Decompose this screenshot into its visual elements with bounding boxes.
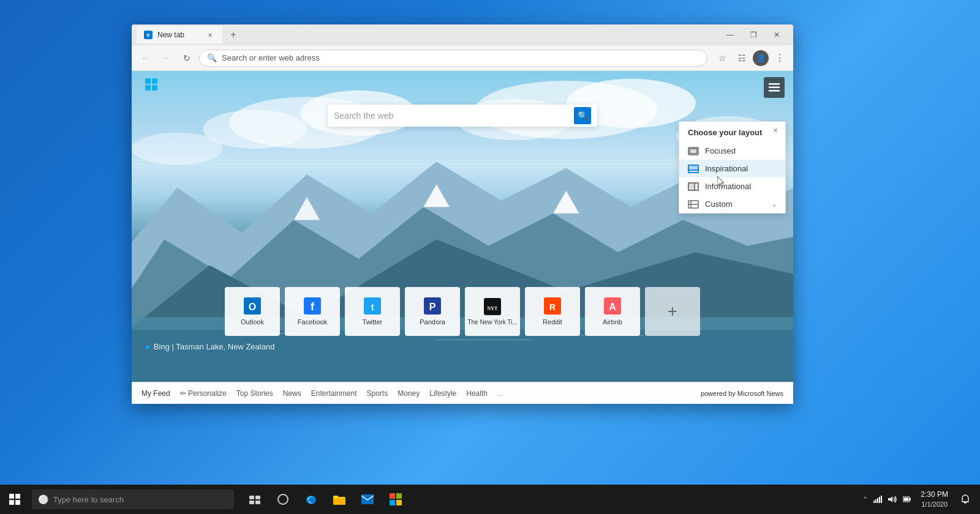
- file-explorer-button[interactable]: [326, 485, 353, 514]
- news-item-topstories[interactable]: Top Stories: [236, 389, 273, 398]
- svg-rect-39: [688, 165, 698, 170]
- site-tile-outlook[interactable]: O Outlook: [225, 287, 280, 336]
- site-tile-reddit[interactable]: R Reddit: [525, 287, 580, 336]
- mail-button[interactable]: [354, 485, 381, 514]
- tab-title: New tab: [157, 31, 200, 39]
- news-item-personalize[interactable]: ✏ Personalize: [180, 389, 227, 398]
- search-button[interactable]: 🔍: [574, 107, 591, 124]
- site-label-reddit: Reddit: [543, 318, 562, 326]
- taskbar-search-text: Type here to search: [53, 495, 124, 504]
- start-button[interactable]: [0, 485, 29, 514]
- layout-option-informational[interactable]: Informational: [679, 177, 785, 195]
- taskbar-search[interactable]: ⚪ Type here to search: [32, 490, 234, 509]
- profile-avatar[interactable]: 👤: [753, 50, 769, 66]
- site-label-airbnb: Airbnb: [603, 318, 622, 326]
- volume-icon[interactable]: [886, 493, 899, 505]
- tab-close-button[interactable]: ✕: [205, 30, 215, 40]
- edge-button[interactable]: [298, 485, 325, 514]
- pandora-icon: P: [424, 297, 441, 315]
- taskbar-tray: ⌃: [862, 485, 980, 514]
- tray-icons: [872, 493, 913, 505]
- nyt-icon: NYT: [484, 298, 501, 315]
- layout-toggle-button[interactable]: [764, 77, 785, 98]
- site-tile-airbnb[interactable]: A Airbnb: [585, 287, 640, 336]
- svg-rect-60: [396, 493, 402, 499]
- svg-rect-55: [255, 501, 260, 504]
- browser-windows-logo: [145, 78, 157, 91]
- layout-panel-close-button[interactable]: ×: [769, 124, 782, 136]
- task-view-button[interactable]: [241, 485, 268, 514]
- svg-point-56: [278, 494, 288, 504]
- tray-overflow-button[interactable]: ⌃: [862, 496, 868, 504]
- news-item-news[interactable]: News: [283, 389, 301, 398]
- site-label-outlook: Outlook: [241, 318, 264, 326]
- network-signal-icon: [873, 496, 882, 503]
- news-item-health[interactable]: Health: [466, 389, 488, 398]
- news-item-sports[interactable]: Sports: [367, 389, 388, 398]
- news-bar: My Feed ✏ Personalize Top Stories News E…: [132, 382, 793, 404]
- folder-icon: [333, 494, 345, 505]
- hub-icon[interactable]: ☷: [733, 50, 750, 67]
- svg-rect-63: [873, 501, 875, 503]
- notification-button[interactable]: [956, 485, 975, 514]
- site-tile-facebook[interactable]: f Facebook: [285, 287, 340, 336]
- clock-date: 1/1/2020: [921, 500, 948, 508]
- layout-option-focused[interactable]: Focused: [679, 142, 785, 160]
- restore-button[interactable]: ❐: [742, 24, 765, 45]
- search-icon: 🔍: [207, 53, 217, 62]
- twitter-icon: t: [364, 297, 381, 315]
- svg-rect-58: [361, 494, 374, 504]
- layout-option-inspirational[interactable]: Inspirational: [679, 160, 785, 177]
- add-site-button[interactable]: +: [645, 287, 700, 336]
- news-item-lifestyle[interactable]: Lifestyle: [429, 389, 456, 398]
- custom-layout-icon: [688, 200, 699, 209]
- close-button[interactable]: ✕: [765, 24, 788, 45]
- reddit-icon: R: [544, 297, 561, 315]
- svg-rect-71: [904, 498, 909, 501]
- browser-content: Search the web 🔍 O Outlook: [132, 71, 793, 382]
- address-input[interactable]: 🔍 Search or enter web adress: [199, 50, 707, 67]
- news-item-myfeed[interactable]: My Feed: [141, 389, 170, 398]
- news-item-more[interactable]: ...: [497, 389, 503, 398]
- task-view-icon: [249, 494, 260, 504]
- back-button[interactable]: ←: [137, 50, 154, 67]
- news-item-entertainment[interactable]: Entertainment: [311, 389, 357, 398]
- svg-rect-51: [15, 500, 20, 505]
- notification-bell-icon: [961, 494, 970, 504]
- svg-rect-21: [769, 90, 780, 92]
- browser-tab[interactable]: e New tab ✕: [137, 26, 222, 43]
- focused-layout-icon: [688, 147, 699, 155]
- site-tile-nyt[interactable]: NYT The New York Ti...: [465, 287, 520, 336]
- search-box[interactable]: Search the web 🔍: [328, 105, 597, 127]
- refresh-button[interactable]: ↻: [178, 50, 195, 67]
- network-icon[interactable]: [872, 493, 884, 505]
- new-tab-button[interactable]: +: [225, 26, 242, 43]
- svg-rect-42: [688, 183, 695, 190]
- menu-icon[interactable]: ⋮: [771, 50, 788, 67]
- bing-logo: ●: [145, 342, 150, 351]
- site-label-twitter: Twitter: [363, 318, 382, 326]
- store-button[interactable]: [382, 485, 409, 514]
- taskbar: ⚪ Type here to search: [0, 485, 980, 514]
- favorites-icon[interactable]: ☆: [714, 50, 731, 67]
- taskbar-app-icons: [241, 485, 409, 514]
- informational-layout-icon: [688, 182, 699, 191]
- search-circle-icon: [277, 494, 288, 505]
- news-powered-by: powered by Microsoft News: [701, 390, 783, 397]
- custom-label: Custom: [705, 199, 766, 209]
- layout-toggle-icon: [769, 83, 780, 92]
- system-clock[interactable]: 2:30 PM 1/1/2020: [917, 490, 952, 508]
- site-tile-twitter[interactable]: t Twitter: [345, 287, 400, 336]
- battery-level-icon: [903, 496, 911, 502]
- forward-button[interactable]: →: [157, 50, 175, 67]
- bing-credit-text: Bing | Tasman Lake, New Zealand: [154, 342, 275, 351]
- taskbar-search-button[interactable]: [270, 485, 296, 514]
- layout-option-custom[interactable]: Custom ⌄: [679, 195, 785, 213]
- svg-rect-62: [396, 500, 402, 505]
- desktop: e New tab ✕ + — ❐ ✕ ← → ↻ 🔍 Search or en…: [0, 0, 980, 514]
- site-tile-pandora[interactable]: P Pandora: [405, 287, 460, 336]
- battery-icon[interactable]: [901, 493, 913, 505]
- svg-rect-15: [132, 330, 793, 382]
- news-item-money[interactable]: Money: [398, 389, 420, 398]
- minimize-button[interactable]: —: [718, 24, 742, 45]
